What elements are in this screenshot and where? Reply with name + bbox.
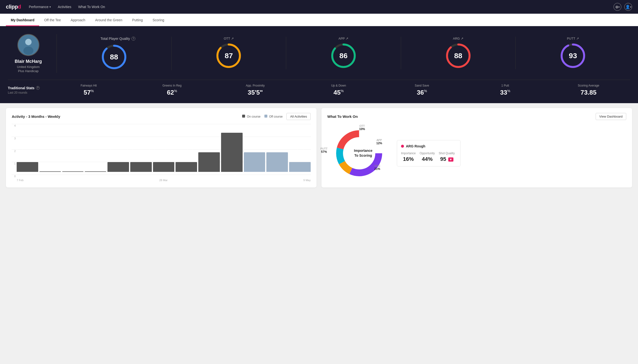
tab-label-off-the-tee: Off the Tee	[44, 18, 61, 22]
traditional-stats-section: Traditional Stats ? Last 20 rounds Fairw…	[8, 80, 630, 96]
add-button[interactable]: ⊕ ▾	[613, 3, 621, 11]
bar-item	[17, 162, 38, 172]
stat-one-putt: 1 Putt 33%	[464, 84, 547, 96]
chevron-down-icon-user: ▾	[630, 6, 631, 8]
label-app: APP 12%	[376, 138, 382, 145]
bar-item	[266, 152, 288, 172]
activity-chart-title: Activity - 3 Months - Weekly	[12, 114, 60, 118]
arg-stat-importance: Importance 16%	[401, 152, 416, 162]
user-account-button[interactable]: 👤 ▾	[624, 3, 632, 11]
cards-section: Activity - 3 Months - Weekly On course O…	[0, 103, 638, 192]
bar-item	[39, 171, 61, 172]
all-activities-button[interactable]: All Activities	[286, 113, 311, 120]
wtwo-title: What To Work On	[327, 114, 358, 118]
app-logo[interactable]: clippd	[6, 4, 21, 10]
legend-dot-on-course	[242, 115, 245, 118]
bar-item	[244, 152, 265, 172]
score-label-arg: ARG ↗	[453, 37, 464, 40]
donut-chart-wrapper: Importance To Scoring OTT 10% APP 12% AR…	[327, 124, 391, 182]
view-dashboard-button[interactable]: View Dashboard	[596, 113, 626, 120]
score-circle-total: 88	[101, 44, 128, 70]
tab-label-my-dashboard: My Dashboard	[11, 18, 34, 22]
bar-item	[175, 162, 197, 172]
shot-quality-badge: ▼	[448, 158, 453, 162]
bar-item	[221, 133, 243, 172]
help-icon-stats[interactable]: ?	[36, 86, 40, 90]
score-circle-putt: 93	[559, 42, 586, 69]
x-axis-labels: 7 Feb 28 Mar 9 May	[12, 179, 311, 182]
nav-performance[interactable]: Performance ▾	[29, 5, 51, 9]
svg-point-1	[25, 39, 31, 45]
bars-container	[17, 124, 311, 172]
tab-label-scoring: Scoring	[152, 18, 164, 22]
tab-putting[interactable]: Putting	[127, 14, 148, 26]
stat-greens-in-reg: Greens In Reg 62%	[130, 84, 214, 96]
stat-up-down: Up & Down 45%	[297, 84, 380, 96]
avatar	[17, 34, 39, 56]
bar-item	[107, 162, 129, 172]
stats-label: Traditional Stats ? Last 20 rounds	[8, 86, 47, 94]
stat-app-proximity: App. Proximity 35'5"	[214, 84, 297, 96]
nav-links: Performance ▾ Activities What To Work On	[29, 5, 606, 9]
arg-stat-opportunity: Opportunity 44%	[420, 152, 435, 162]
activity-chart-card: Activity - 3 Months - Weekly On course O…	[6, 108, 317, 188]
arrow-up-icon-arg: ↗	[461, 37, 464, 40]
tpq-label-text: Total Player Quality	[100, 37, 130, 40]
legend-off-course: Off course	[264, 115, 283, 118]
logo-d: d	[18, 4, 21, 10]
score-label-app: APP ↗	[338, 37, 348, 40]
legend-on-course: On course	[242, 115, 261, 118]
player-name: Blair McHarg	[15, 59, 42, 64]
tpq-label: Total Player Quality ?	[93, 37, 135, 40]
tab-bar: My Dashboard Off the Tee Approach Around…	[0, 14, 638, 26]
hero-section: Blair McHarg United Kingdom Plus Handica…	[0, 26, 638, 103]
tab-my-dashboard[interactable]: My Dashboard	[6, 14, 39, 26]
score-value-putt: 93	[569, 52, 577, 60]
wtwo-card-header: What To Work On View Dashboard	[327, 113, 626, 120]
arg-card-header: ARG Rough	[401, 144, 456, 148]
score-block-ott: OTT ↗ 87	[172, 37, 286, 69]
score-value-arg: 88	[454, 52, 462, 60]
bar-item	[198, 152, 220, 172]
stats-subtitle: Last 20 rounds	[8, 91, 47, 94]
bar-item	[289, 162, 311, 172]
logo-text: clipp	[6, 4, 18, 10]
help-icon[interactable]: ?	[131, 37, 135, 40]
bar-item	[130, 162, 152, 172]
tab-approach[interactable]: Approach	[66, 14, 90, 26]
score-value-app: 86	[339, 52, 347, 60]
score-value-ott: 87	[225, 52, 233, 60]
nav-what-to-work-on[interactable]: What To Work On	[78, 5, 105, 9]
tab-scoring[interactable]: Scoring	[148, 14, 169, 26]
legend-dot-off-course	[264, 115, 267, 118]
chevron-down-icon-small: ▾	[618, 6, 620, 8]
score-value-total: 88	[110, 53, 118, 61]
plus-icon: ⊕	[615, 5, 618, 9]
score-block-app: APP ↗ 86	[286, 37, 401, 69]
label-ott: OTT 10%	[359, 124, 365, 131]
score-circle-arg: 88	[445, 42, 472, 69]
stats-title: Traditional Stats ?	[8, 86, 47, 90]
svg-point-2	[23, 47, 33, 55]
donut-chart-area: Importance To Scoring OTT 10% APP 12% AR…	[327, 124, 391, 182]
player-handicap: Plus Handicap	[18, 69, 39, 73]
score-block-putt: PUTT ↗ 93	[516, 37, 630, 69]
player-scores-section: Blair McHarg United Kingdom Plus Handica…	[8, 34, 630, 73]
stat-sand-save: Sand Save 36%	[380, 84, 464, 96]
score-block-arg: ARG ↗ 88	[401, 37, 516, 69]
label-arg: ARG 21%	[374, 164, 380, 171]
bar-item	[153, 162, 174, 172]
arrow-up-icon-putt: ↗	[576, 37, 579, 40]
arg-card-title: ARG Rough	[406, 144, 425, 148]
score-block-total: Total Player Quality ? 88	[57, 37, 172, 70]
label-putt: PUTT 57%	[320, 147, 328, 154]
what-to-work-on-card: What To Work On View Dashboard	[321, 108, 632, 188]
tab-around-the-green[interactable]: Around the Green	[90, 14, 127, 26]
score-circle-ott: 87	[215, 42, 242, 69]
player-country: United Kingdom	[17, 65, 40, 69]
tab-off-the-tee[interactable]: Off the Tee	[39, 14, 66, 26]
nav-activities[interactable]: Activities	[58, 5, 71, 9]
bar-item	[62, 171, 84, 172]
user-icon: 👤	[625, 5, 630, 9]
chart-legend: On course Off course	[242, 115, 283, 118]
